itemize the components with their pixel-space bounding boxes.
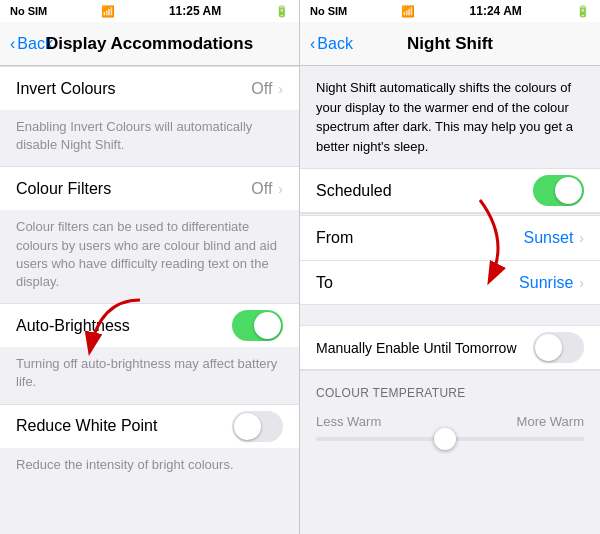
status-bar-right: No SIM 📶 11:24 AM 🔋: [300, 0, 600, 22]
from-to-section: From Sunset › To Sunrise ›: [300, 215, 600, 305]
manually-label: Manually Enable Until Tomorrow: [316, 328, 533, 368]
colour-filters-description: Colour filters can be used to differenti…: [0, 210, 299, 303]
night-shift-panel: No SIM 📶 11:24 AM 🔋 ‹ Back Night Shift N…: [300, 0, 600, 534]
night-shift-description: Night Shift automatically shifts the col…: [300, 66, 600, 168]
time-right: 11:24 AM: [470, 4, 522, 18]
auto-brightness-toggle[interactable]: [232, 310, 283, 341]
manually-toggle[interactable]: [533, 332, 584, 363]
invert-colours-chevron: ›: [278, 81, 283, 97]
colour-filters-row[interactable]: Colour Filters Off ›: [0, 166, 299, 210]
reduce-white-point-toggle[interactable]: [232, 411, 283, 442]
scheduled-label: Scheduled: [316, 170, 533, 212]
slider-container: [300, 433, 600, 457]
temp-less-label: Less Warm: [316, 414, 381, 429]
time-left: 11:25 AM: [169, 4, 221, 18]
auto-brightness-description: Turning off auto-brightness may affect b…: [0, 347, 299, 403]
content-left: Invert Colours Off › Enabling Invert Col…: [0, 66, 299, 534]
invert-colours-description: Enabling Invert Colours will automatical…: [0, 110, 299, 166]
to-label: To: [316, 274, 519, 292]
to-row[interactable]: To Sunrise ›: [300, 260, 600, 304]
back-chevron-right: ‹: [310, 35, 315, 53]
back-chevron-left: ‹: [10, 35, 15, 53]
nav-title-left: Display Accommodations: [46, 34, 253, 54]
from-label: From: [316, 229, 524, 247]
invert-colours-row[interactable]: Invert Colours Off ›: [0, 66, 299, 110]
reduce-white-point-knob: [234, 413, 261, 440]
temp-slider-knob[interactable]: [434, 428, 456, 450]
carrier-right: No SIM: [310, 5, 347, 17]
scheduled-knob: [555, 177, 582, 204]
invert-colours-label: Invert Colours: [16, 68, 251, 110]
scheduled-toggle[interactable]: [533, 175, 584, 206]
invert-colours-value: Off: [251, 80, 272, 98]
auto-brightness-label: Auto-Brightness: [16, 305, 232, 347]
wifi-icon-right: 📶: [401, 5, 415, 18]
manually-section: Manually Enable Until Tomorrow: [300, 325, 600, 371]
manually-row[interactable]: Manually Enable Until Tomorrow: [300, 326, 600, 370]
from-row[interactable]: From Sunset ›: [300, 216, 600, 260]
invert-colours-group: Invert Colours Off › Enabling Invert Col…: [0, 66, 299, 166]
to-chevron: ›: [579, 275, 584, 291]
reduce-white-point-row[interactable]: Reduce White Point: [0, 404, 299, 448]
colour-filters-label: Colour Filters: [16, 168, 251, 210]
temp-section-header: COLOUR TEMPERATURE: [300, 371, 600, 406]
colour-filters-value: Off: [251, 180, 272, 198]
from-value: Sunset: [524, 229, 574, 247]
reduce-white-point-group: Reduce White Point Reduce the intensity …: [0, 404, 299, 486]
colour-filters-group: Colour Filters Off › Colour filters can …: [0, 166, 299, 303]
nav-bar-left: ‹ Back Display Accommodations: [0, 22, 299, 66]
auto-brightness-group: Auto-Brightness Turning off auto-brightn…: [0, 303, 299, 403]
battery-icons-right: 🔋: [576, 5, 590, 18]
temp-more-label: More Warm: [517, 414, 584, 429]
scheduled-section: Scheduled: [300, 168, 600, 214]
temp-slider-track[interactable]: [316, 437, 584, 441]
to-value: Sunrise: [519, 274, 573, 292]
back-label-right: Back: [317, 35, 353, 53]
content-right: Night Shift automatically shifts the col…: [300, 66, 600, 534]
back-button-right[interactable]: ‹ Back: [310, 35, 353, 53]
nav-title-right: Night Shift: [407, 34, 493, 54]
carrier-left: No SIM: [10, 5, 47, 17]
from-chevron: ›: [579, 230, 584, 246]
display-accommodations-panel: No SIM 📶 11:25 AM 🔋 ‹ Back Display Accom…: [0, 0, 300, 534]
scheduled-row[interactable]: Scheduled: [300, 169, 600, 213]
battery-icons-left: 🔋: [275, 5, 289, 18]
wifi-icon-left: 📶: [101, 5, 115, 18]
auto-brightness-row[interactable]: Auto-Brightness: [0, 303, 299, 347]
colour-filters-chevron: ›: [278, 181, 283, 197]
reduce-white-point-description: Reduce the intensity of bright colours.: [0, 448, 299, 486]
nav-bar-right: ‹ Back Night Shift: [300, 22, 600, 66]
manually-knob: [535, 334, 562, 361]
reduce-white-point-label: Reduce White Point: [16, 405, 232, 447]
auto-brightness-knob: [254, 312, 281, 339]
status-bar-left: No SIM 📶 11:25 AM 🔋: [0, 0, 299, 22]
